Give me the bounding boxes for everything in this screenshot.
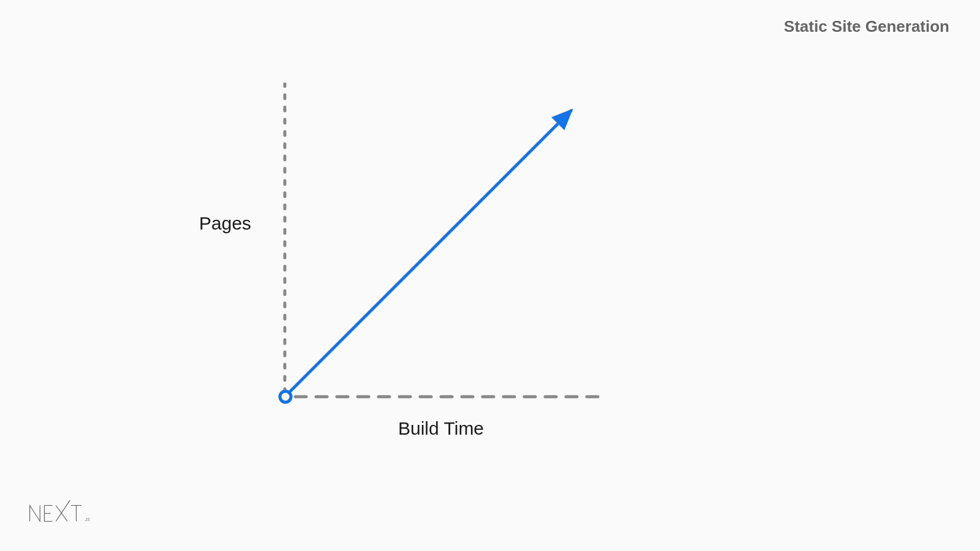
logo-suffix: .JS [84, 518, 90, 522]
chart-plot [196, 83, 625, 438]
y-axis-label: Pages [199, 213, 251, 234]
nextjs-logo: .JS [28, 500, 107, 530]
origin-marker [280, 391, 291, 402]
x-axis-label: Build Time [398, 418, 484, 439]
trend-line [289, 111, 571, 392]
page-title: Static Site Generation [784, 17, 949, 36]
